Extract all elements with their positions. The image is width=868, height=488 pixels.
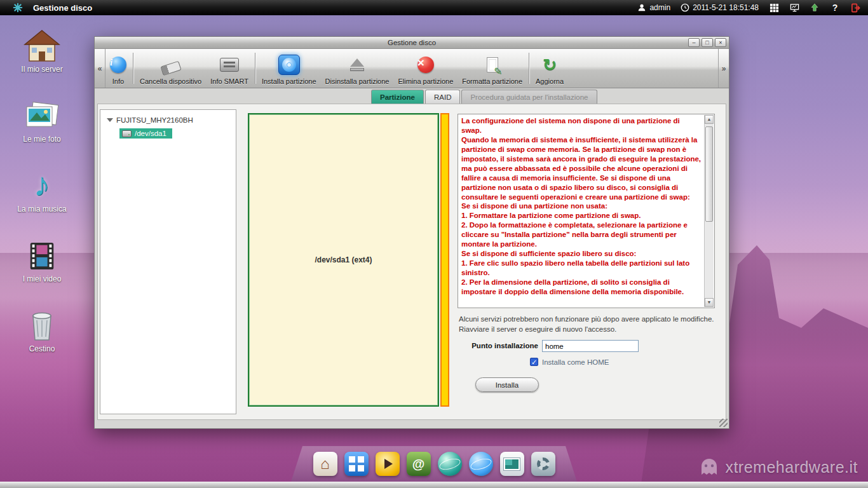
gear-shape (537, 458, 550, 470)
tab-partizione[interactable]: Partizione (371, 90, 424, 104)
upload-status-icon[interactable] (810, 3, 820, 12)
smart-drive-icon (220, 58, 239, 72)
dock-mail-icon[interactable] (407, 452, 431, 476)
format-icon (483, 54, 502, 76)
desktop-icon-my-music[interactable]: ♪ La mia musica (9, 163, 75, 214)
dock-media-player-icon[interactable] (376, 452, 400, 476)
service-restart-notice: Alcuni servizi potrebbero non funzionare… (459, 314, 722, 334)
device-tree-node[interactable]: FUJITSU_MHY2160BH (100, 110, 236, 124)
delete-icon (417, 57, 434, 73)
toolbar-label: Info SMART (210, 78, 248, 85)
clock: 2011-5-21 18:51:48 (681, 3, 759, 12)
partition-tree-item-selected[interactable]: /dev/sda1 (119, 128, 172, 139)
partition-map-label: /dev/sda1 (ext4) (315, 255, 372, 264)
system-monitor-icon[interactable] (789, 3, 799, 13)
window-resize-handle[interactable] (719, 419, 728, 427)
mount-point-label: Punto installazione (454, 342, 538, 349)
grid-shape (349, 456, 355, 463)
desktop-icon-my-videos[interactable]: I miei video (9, 233, 75, 283)
install-home-checkbox[interactable] (530, 358, 538, 366)
partition-name: /dev/sda1 (135, 130, 166, 137)
watermark: xtremehardware.it (698, 458, 858, 477)
help-icon[interactable]: ? (830, 3, 840, 13)
window-titlebar[interactable]: Gestione disco (95, 37, 729, 49)
menubar-status-area: admin 2011-5-21 18:51:48 ? (637, 3, 860, 13)
desktop-icon-my-photos[interactable]: Le mie foto (9, 93, 75, 144)
refresh-icon (543, 54, 557, 76)
tab-installation-wizard[interactable]: Procedura guidata per l'installazione (461, 90, 597, 104)
username-label: admin (649, 3, 670, 12)
dock-network-globe-icon[interactable] (469, 452, 493, 476)
dock (291, 446, 577, 482)
toolbar-info-button[interactable]: Info (105, 49, 131, 88)
user-menu[interactable]: admin (637, 3, 670, 12)
watermark-text: xtremehardware.it (725, 458, 858, 477)
tree-collapse-icon[interactable] (107, 118, 113, 122)
pencil-icon (494, 65, 502, 78)
toolbar-smart-info-button[interactable]: Info SMART (206, 49, 253, 88)
cd-icon (282, 58, 296, 72)
tab-raid[interactable]: RAID (425, 90, 460, 104)
toolbar-separator (133, 53, 133, 84)
desktop-icon-label: Il mio server (9, 65, 75, 74)
scrollbar[interactable] (704, 115, 714, 307)
toolbar-label: Elimina partizione (398, 78, 453, 85)
maximize-button[interactable] (702, 38, 713, 47)
toolbar-format-partition-button[interactable]: Formatta partizione (458, 49, 527, 88)
eraser-icon (160, 60, 181, 76)
toolbar-label: Info (112, 78, 124, 85)
tab-label: RAID (434, 93, 451, 101)
toolbar-separator (255, 53, 255, 84)
toolbar-refresh-button[interactable]: Aggiorna (531, 49, 568, 88)
install-home-row: Installa come HOME (530, 358, 609, 366)
dock-home-icon[interactable] (313, 452, 337, 476)
disk-management-window: Gestione disco « Info Cancella dispositi… (94, 36, 729, 429)
partition-disk-icon (122, 130, 132, 137)
toolbar-unmount-partition-button[interactable]: Disinstalla partizione (321, 49, 394, 88)
scrollbar-up-button[interactable] (705, 115, 714, 124)
tab-bar: Partizione RAID Procedura guidata per l'… (371, 88, 599, 104)
mount-point-input[interactable] (542, 340, 639, 352)
taskbar (0, 482, 868, 488)
mount-partition-icon (278, 55, 300, 75)
desktop-icon-label: Cestino (9, 344, 75, 353)
dock-settings-gear-icon[interactable] (531, 452, 555, 476)
dock-browser-globe-icon[interactable] (438, 452, 462, 476)
info-icon (110, 57, 126, 73)
close-button[interactable] (715, 38, 726, 47)
dock-file-manager-icon[interactable] (344, 452, 369, 476)
menubar-app-title: Gestione disco (33, 3, 92, 13)
dock-gallery-icon[interactable] (500, 452, 524, 476)
toolbar-erase-device-button[interactable]: Cancella dispositivo (135, 49, 206, 88)
system-logo-icon[interactable] (13, 3, 23, 13)
toolbar-mount-partition-button[interactable]: Installa partizione (257, 49, 321, 88)
desktop-icon-trash[interactable]: Cestino (9, 302, 75, 353)
home-icon (9, 23, 75, 62)
device-name[interactable]: FUJITSU_MHY2160BH (116, 116, 193, 124)
desktop-icon-my-server[interactable]: Il mio server (9, 23, 75, 74)
partition-map[interactable]: /dev/sda1 (ext4) (248, 113, 439, 407)
videos-icon (9, 233, 75, 272)
free-space-strip[interactable] (440, 113, 449, 407)
toolbar-label: Cancella dispositivo (140, 78, 201, 85)
trash-icon (9, 302, 75, 342)
toolbar-label: Aggiorna (536, 78, 564, 85)
toolbar-scroll-right-button[interactable]: » (718, 49, 729, 88)
apps-grid-icon[interactable] (769, 3, 779, 13)
toolbar-label: Installa partizione (262, 78, 316, 85)
scrollbar-down-button[interactable] (705, 298, 714, 307)
toolbar-separator (529, 53, 529, 84)
logout-icon[interactable] (850, 3, 860, 13)
scrollbar-thumb[interactable] (705, 126, 713, 222)
eject-triangle (350, 58, 364, 67)
install-button[interactable]: Installa (475, 377, 539, 392)
toolbar-label: Formatta partizione (462, 78, 522, 85)
photos-icon (9, 93, 75, 132)
music-icon: ♪ (9, 163, 75, 202)
user-icon (637, 3, 646, 12)
clock-icon (681, 3, 689, 12)
minimize-button[interactable] (688, 38, 700, 47)
tab-label: Partizione (380, 93, 415, 101)
toolbar-delete-partition-button[interactable]: Elimina partizione (393, 49, 458, 88)
toolbar-scroll-left-button[interactable]: « (95, 49, 105, 88)
